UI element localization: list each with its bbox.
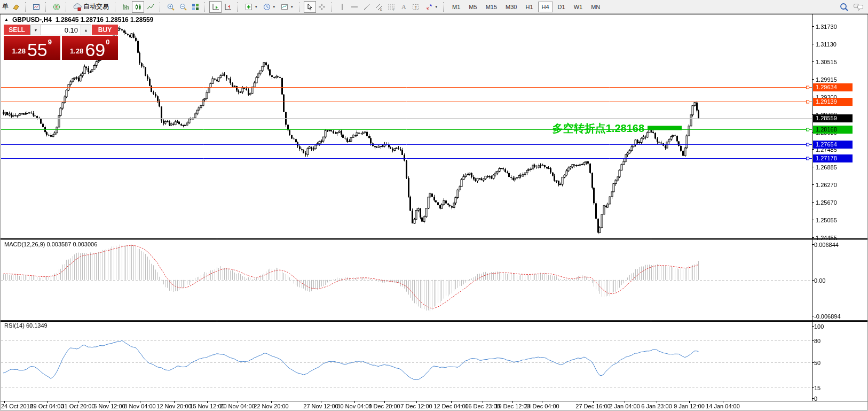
- svg-text:F: F: [393, 8, 395, 11]
- volume-input[interactable]: 0.10: [41, 25, 81, 35]
- autotrading-cloud-icon: [73, 3, 82, 11]
- symbol-label: GBPUSD-,H4: [12, 16, 52, 24]
- zoom-out-icon[interactable]: [177, 1, 189, 13]
- price-axis[interactable]: [812, 15, 868, 401]
- navigator-icon[interactable]: [50, 1, 62, 13]
- time-axis[interactable]: [0, 401, 812, 410]
- collapse-arrow-icon[interactable]: ▲: [4, 18, 9, 22]
- buy-button[interactable]: BUY: [92, 25, 118, 35]
- autotrading-button[interactable]: 自动交易: [70, 1, 112, 13]
- equidistant-channel-tool-icon[interactable]: E: [373, 1, 385, 13]
- volume-increase-button[interactable]: ▲: [81, 25, 91, 35]
- buy-price-panel[interactable]: 1.28 69 0: [62, 36, 119, 60]
- horizontal-line-tool-icon[interactable]: [349, 1, 361, 13]
- tile-windows-icon[interactable]: [189, 1, 201, 13]
- one-click-trading-panel: SELL ▼ 0.10 ▲ BUY 1.28 55 9 1.28 69 0: [4, 25, 118, 60]
- bar-chart-mode-icon[interactable]: [120, 1, 132, 13]
- templates-dropdown-button[interactable]: ▾: [278, 1, 296, 13]
- trendline-tool-icon[interactable]: [361, 1, 373, 13]
- sell-price-big: 55: [27, 43, 48, 57]
- toolbar-right-group: [839, 2, 867, 12]
- text-tool-icon[interactable]: A: [398, 1, 410, 13]
- candlestick-mode-icon[interactable]: [132, 1, 144, 13]
- toolbar-separator: [45, 2, 48, 12]
- svg-text:T: T: [415, 5, 417, 10]
- cursor-tool-icon[interactable]: [304, 1, 316, 13]
- market-watch-icon[interactable]: [30, 1, 42, 13]
- auto-scroll-icon[interactable]: [209, 1, 222, 13]
- search-icon[interactable]: [839, 2, 849, 12]
- macd-indicator-panel[interactable]: [1, 240, 812, 320]
- toolbar-separator: [443, 2, 446, 12]
- templates-icon: [280, 3, 289, 11]
- toolbar-separator: [115, 2, 117, 12]
- zoom-in-icon[interactable]: [164, 1, 177, 13]
- arrow-objects-icon: [425, 3, 433, 11]
- toolbar-separator: [332, 2, 334, 12]
- trade-controls-row: SELL ▼ 0.10 ▲ BUY: [4, 25, 118, 35]
- toolbar-separator: [204, 2, 207, 12]
- indicators-caret-icon: ▾: [255, 5, 257, 9]
- timeframe-w1[interactable]: W1: [570, 2, 587, 12]
- timeframe-m30[interactable]: M30: [502, 2, 520, 12]
- timeframe-d1[interactable]: D1: [554, 2, 569, 12]
- toolbar-separator: [160, 2, 162, 12]
- buy-price-prefix: 1.28: [70, 48, 83, 57]
- timeframe-m5[interactable]: M5: [465, 2, 480, 12]
- chat-icon[interactable]: [853, 3, 864, 11]
- indicators-icon: [244, 3, 253, 11]
- autotrading-label: 自动交易: [83, 2, 109, 11]
- line-chart-mode-icon[interactable]: [144, 1, 156, 13]
- buy-price-sup: 0: [106, 38, 109, 57]
- timeframe-h4[interactable]: H4: [538, 2, 553, 12]
- volume-decrease-button[interactable]: ▼: [31, 25, 41, 35]
- rsi-indicator-panel[interactable]: [1, 322, 812, 401]
- periods-clock-icon: [263, 3, 271, 11]
- svg-text:A: A: [401, 3, 406, 11]
- svg-text:E: E: [380, 8, 382, 11]
- toolbar-separator: [25, 2, 28, 12]
- vertical-line-tool-icon[interactable]: [336, 1, 349, 13]
- volume-stepper: ▼ 0.10 ▲: [30, 25, 91, 35]
- arrows-caret-icon: ▾: [436, 5, 438, 9]
- timeframe-h1[interactable]: H1: [522, 2, 536, 12]
- timeframe-m1[interactable]: M1: [448, 2, 464, 12]
- new-order-button[interactable]: 单: [1, 2, 10, 11]
- sell-price-sup: 9: [48, 38, 52, 57]
- chart-shift-icon[interactable]: [222, 1, 234, 13]
- timeframe-m15[interactable]: M15: [482, 2, 501, 12]
- profile-icon[interactable]: [10, 1, 22, 13]
- templates-caret-icon: ▾: [291, 5, 293, 9]
- indicators-dropdown-button[interactable]: ▾: [242, 1, 260, 13]
- timeframe-toolbar: M1M5M15M30H1H4D1W1MN: [448, 2, 604, 12]
- timeframe-mn[interactable]: MN: [587, 2, 604, 12]
- text-label-tool-icon[interactable]: T: [410, 1, 422, 13]
- buy-price-big: 69: [85, 43, 105, 57]
- periods-dropdown-button[interactable]: ▾: [260, 1, 278, 13]
- toolbar-separator: [66, 2, 68, 12]
- periods-caret-icon: ▾: [273, 5, 275, 9]
- crosshair-tool-icon[interactable]: [316, 1, 328, 13]
- main-chart-panel[interactable]: [1, 15, 812, 238]
- toolbar-separator: [299, 2, 302, 12]
- sell-price-prefix: 1.28: [12, 48, 26, 57]
- main-toolbar: 单 自动交易 ▾ ▾ ▾ E F A T: [0, 0, 868, 14]
- toolbar-separator: [237, 2, 240, 12]
- sell-price-panel[interactable]: 1.28 55 9: [4, 36, 60, 60]
- fibonacci-tool-icon[interactable]: F: [385, 1, 398, 13]
- ohlc-values: 1.28645 1.28716 1.28516 1.28559: [56, 16, 154, 24]
- arrows-dropdown-button[interactable]: ▾: [422, 1, 440, 13]
- chart-title: ▲ GBPUSD-,H4 1.28645 1.28716 1.28516 1.2…: [4, 16, 153, 24]
- sell-button[interactable]: SELL: [4, 25, 30, 35]
- trade-prices-row: 1.28 55 9 1.28 69 0: [4, 36, 118, 60]
- mt4-window: 单 自动交易 ▾ ▾ ▾ E F A T: [0, 0, 868, 411]
